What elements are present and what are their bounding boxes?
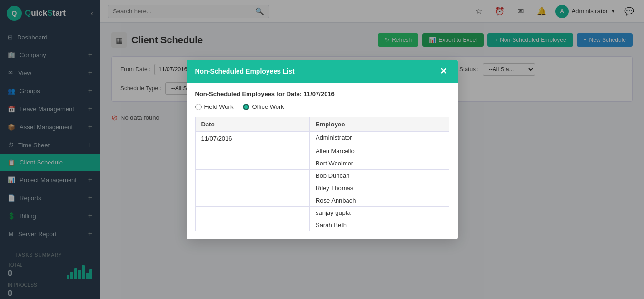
field-work-radio[interactable] — [195, 104, 202, 110]
table-row: Riley Thomas — [195, 182, 449, 194]
office-work-label: Office Work — [252, 103, 284, 110]
table-row: sanjay gupta — [195, 207, 449, 219]
modal-header: Non-Scheduled Employees List ✕ — [187, 60, 458, 83]
employee-date-cell — [195, 207, 309, 219]
modal-overlay[interactable]: Non-Scheduled Employees List ✕ Non-Sched… — [0, 0, 644, 299]
field-work-radio-label[interactable]: Field Work — [195, 103, 234, 110]
employee-date-cell — [195, 182, 309, 194]
modal-dialog: Non-Scheduled Employees List ✕ Non-Sched… — [187, 60, 458, 239]
employee-name-cell: Allen Marcello — [309, 145, 449, 157]
employee-name-cell: Bert Woolmer — [309, 157, 449, 170]
employee-name-cell: Riley Thomas — [309, 182, 449, 194]
employee-date-cell — [195, 170, 309, 182]
employee-name-cell: sanjay gupta — [309, 207, 449, 219]
employee-name-cell: Sarah Beth — [309, 219, 449, 231]
employee-date-cell — [195, 157, 309, 170]
modal-title: Non-Scheduled Employees List — [195, 68, 295, 75]
table-row: Bert Woolmer — [195, 157, 449, 170]
table-row: 11/07/2016Administrator — [195, 132, 449, 145]
table-row: Rose Annbach — [195, 194, 449, 207]
table-row: Sarah Beth — [195, 219, 449, 231]
office-work-radio-label[interactable]: Office Work — [243, 103, 284, 110]
field-work-label: Field Work — [204, 103, 234, 110]
modal-subtitle: Non-Scheduled Employees for Date: 11/07/… — [195, 90, 449, 97]
employee-name-cell: Rose Annbach — [309, 194, 449, 207]
table-row: Allen Marcello — [195, 145, 449, 157]
employee-date-cell — [195, 145, 309, 157]
modal-body: Non-Scheduled Employees for Date: 11/07/… — [187, 83, 458, 239]
employee-date-cell — [195, 219, 309, 231]
employee-date-cell — [195, 194, 309, 207]
office-work-radio[interactable] — [243, 104, 249, 110]
date-column-header: Date — [195, 117, 309, 132]
table-row: Bob Duncan — [195, 170, 449, 182]
work-type-radio-group: Field Work Office Work — [195, 103, 449, 110]
employee-name-cell: Bob Duncan — [309, 170, 449, 182]
employee-date-cell: 11/07/2016 — [195, 132, 309, 145]
employee-name-cell: Administrator — [309, 132, 449, 145]
employees-table: Date Employee 11/07/2016AdministratorAll… — [195, 117, 449, 231]
modal-close-button[interactable]: ✕ — [438, 66, 449, 77]
employee-column-header: Employee — [309, 117, 449, 132]
